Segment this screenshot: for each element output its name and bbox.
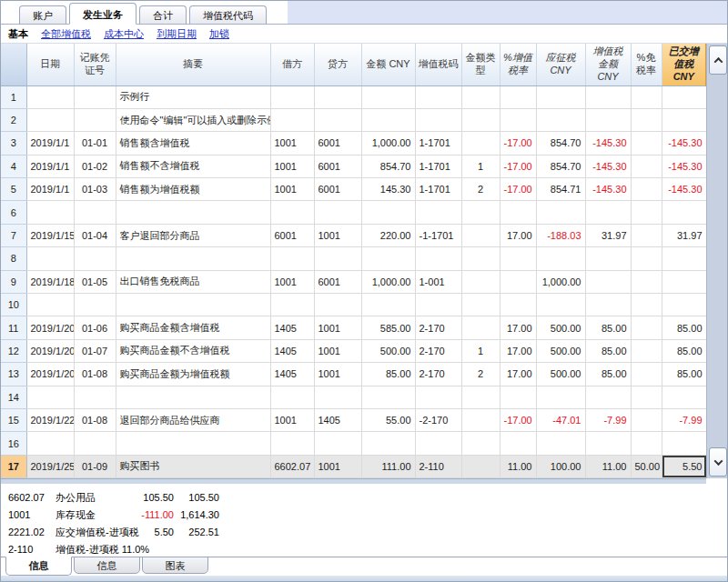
cell-amount[interactable]: 585.00 [361,316,415,339]
cell-date[interactable] [26,108,74,131]
cell-debit[interactable] [270,294,314,316]
cell-date[interactable]: 2019/1/25 [26,455,74,477]
cell-credit[interactable]: 6001 [314,270,361,293]
cell-exempt_rate[interactable] [631,386,662,408]
cell-vat_code[interactable]: 2-170 [415,363,461,386]
cell-debit[interactable] [270,108,314,131]
cell-num[interactable]: 12 [1,339,26,362]
cell-summary[interactable]: 销售额为增值税额 [116,178,270,201]
cell-vat_code[interactable]: 1-1701 [415,132,461,155]
cell-vat_code[interactable] [415,247,461,270]
cell-num[interactable]: 3 [1,132,26,155]
cell-amount_type[interactable] [461,408,500,431]
cell-taxable[interactable]: -188.03 [536,224,585,246]
cell-amount[interactable] [361,386,415,408]
cell-vat_paid[interactable]: -145.30 [662,132,706,155]
cell-amount_type[interactable] [461,201,500,224]
cell-voucher[interactable]: 01-08 [74,363,116,386]
cell-debit[interactable]: 6602.07 [270,455,314,477]
cell-exempt_rate[interactable] [631,224,662,246]
cell-date[interactable]: 2019/1/20 [26,363,74,386]
cell-vat_code[interactable]: 1-1701 [415,155,461,177]
cell-amount_type[interactable] [461,85,500,108]
cell-vat_rate[interactable]: -17.00 [500,408,536,431]
cell-taxable[interactable] [536,386,585,408]
cell-debit[interactable]: 1001 [270,270,314,293]
cell-vat_rate[interactable] [500,270,536,293]
cell-vat_code[interactable] [415,294,461,316]
cell-vat_amount[interactable]: 85.00 [585,363,631,386]
cell-date[interactable]: 2019/1/1 [26,155,74,177]
cell-amount[interactable] [361,85,415,108]
cell-date[interactable] [26,85,74,108]
cell-amount[interactable] [361,432,415,455]
cell-vat_rate[interactable]: 17.00 [500,339,536,362]
cell-vat_paid[interactable] [662,108,706,131]
cell-exempt_rate[interactable] [631,408,662,431]
cell-date[interactable] [26,432,74,455]
cell-exempt_rate[interactable] [631,316,662,339]
cell-date[interactable]: 2019/1/18 [26,270,74,293]
cell-debit[interactable]: 1405 [270,316,314,339]
cell-num[interactable]: 10 [1,294,26,316]
cell-voucher[interactable] [74,201,116,224]
cell-vat_amount[interactable] [585,108,631,131]
cell-amount_type[interactable]: 1 [461,339,500,362]
cell-vat_paid[interactable]: 85.00 [662,363,706,386]
cell-vat_code[interactable]: 1-001 [415,270,461,293]
tab-accounts[interactable]: 账户 [19,5,66,25]
cell-voucher[interactable]: 01-05 [74,270,116,293]
cell-vat_amount[interactable]: 31.97 [585,224,631,246]
cell-num[interactable]: 4 [1,155,26,177]
cell-vat_code[interactable]: 2-170 [415,316,461,339]
toolbar-link-cost-center[interactable]: 成本中心 [104,27,144,41]
cell-voucher[interactable]: 01-06 [74,316,116,339]
cell-vat_paid[interactable] [662,85,706,108]
cell-voucher[interactable] [74,85,116,108]
cell-summary[interactable]: 示例行 [116,85,270,108]
cell-vat_paid[interactable] [662,247,706,270]
cell-vat_paid[interactable]: 85.00 [662,316,706,339]
cell-amount_type[interactable] [461,316,500,339]
cell-taxable[interactable]: 500.00 [536,363,585,386]
cell-vat_paid[interactable] [662,294,706,316]
cell-voucher[interactable]: 01-04 [74,224,116,246]
cell-credit[interactable]: 1001 [314,316,361,339]
cell-amount[interactable]: 55.00 [361,408,415,431]
cell-credit[interactable] [314,386,361,408]
cell-num[interactable]: 14 [1,386,26,408]
cell-taxable[interactable] [536,247,585,270]
cell-exempt_rate[interactable] [631,85,662,108]
cell-amount[interactable]: 500.00 [361,339,415,362]
cell-taxable[interactable]: 854.70 [536,132,585,155]
cell-taxable[interactable]: 1,000.00 [536,270,585,293]
cell-debit[interactable]: 1405 [270,339,314,362]
cell-debit[interactable]: 1405 [270,363,314,386]
cell-vat_rate[interactable] [500,386,536,408]
cell-num[interactable]: 15 [1,408,26,431]
cell-taxable[interactable]: 500.00 [536,316,585,339]
cell-vat_rate[interactable]: 17.00 [500,316,536,339]
cell-vat_rate[interactable]: 17.00 [500,224,536,246]
col-header-exempt_rate[interactable]: %免税率 [631,44,662,85]
col-header-credit[interactable]: 贷方 [314,44,361,85]
cell-summary[interactable]: 销售额含增值税 [116,132,270,155]
cell-amount[interactable]: 1,000.00 [361,132,415,155]
cell-exempt_rate[interactable]: 50.00 [631,455,662,477]
cell-vat_paid[interactable] [662,201,706,224]
cell-debit[interactable] [270,432,314,455]
cell-date[interactable]: 2019/1/1 [26,178,74,201]
cell-amount_type[interactable] [461,294,500,316]
cell-vat_paid[interactable] [662,270,706,293]
cell-debit[interactable]: 1001 [270,408,314,431]
cell-voucher[interactable]: 01-09 [74,455,116,477]
cell-vat_amount[interactable] [585,386,631,408]
cell-vat_rate[interactable] [500,85,536,108]
cell-vat_amount[interactable]: 11.00 [585,455,631,477]
toolbar-link-all-vat[interactable]: 全部增值税 [41,27,91,41]
tab-vat-codes[interactable]: 增值税代码 [189,5,267,25]
cell-date[interactable]: 2019/1/15 [26,224,74,246]
cell-amount[interactable]: 85.00 [361,363,415,386]
cell-num[interactable]: 11 [1,316,26,339]
cell-credit[interactable]: 1001 [314,363,361,386]
